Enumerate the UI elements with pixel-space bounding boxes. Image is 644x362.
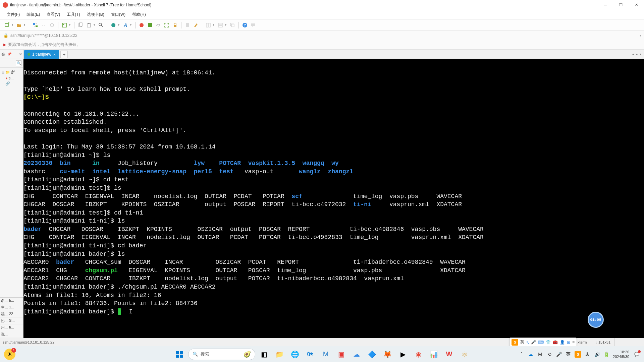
ime-toolbox-icon[interactable]: 🧰 <box>553 340 558 345</box>
dropdown-icon[interactable]: ▾ <box>118 23 121 26</box>
ime-toolbar[interactable]: S 英 •, 🎤 ⌨ 👕 🧰 👤 ⊞ ≡ <box>509 338 577 347</box>
cascade-icon[interactable] <box>229 21 236 29</box>
tab-next-icon[interactable]: ▸ <box>636 52 638 56</box>
pin-icon[interactable]: 📌 <box>7 52 11 56</box>
color-icon[interactable] <box>110 21 117 29</box>
tray-battery-icon[interactable]: 🔋 <box>603 351 609 357</box>
dropdown-icon[interactable]: ▾ <box>130 23 133 26</box>
lock-icon[interactable] <box>171 21 179 29</box>
close-button[interactable]: ✕ <box>629 0 644 10</box>
ime-skin-icon[interactable]: 👕 <box>546 340 551 345</box>
firefox-icon[interactable]: 🦊 <box>381 348 394 361</box>
ime-logo-icon[interactable]: S <box>512 339 518 346</box>
paste-icon[interactable] <box>85 21 93 29</box>
tray-chevron-icon[interactable]: ˄ <box>518 351 524 357</box>
dropdown-icon[interactable]: ▾ <box>94 23 96 26</box>
app-icon[interactable]: M <box>319 348 332 361</box>
tray-volume-icon[interactable]: 🔊 <box>594 351 600 357</box>
help-icon[interactable]: ? <box>241 21 249 29</box>
tree-item[interactable]: ●ti... <box>1 75 22 81</box>
find-icon[interactable] <box>97 21 105 29</box>
log-icon[interactable] <box>184 21 191 29</box>
reconnect-icon[interactable] <box>48 21 56 29</box>
menu-view[interactable]: 查看(V) <box>43 11 63 18</box>
feedback-icon[interactable] <box>250 21 257 29</box>
ime-menu-icon[interactable]: ≡ <box>572 340 575 345</box>
taskbar-search[interactable]: 🔍 搜索 🥑 <box>188 349 255 360</box>
tab-session[interactable]: 1 tianljnew × <box>24 50 59 59</box>
font-icon[interactable]: A <box>122 21 129 29</box>
dropdown-icon[interactable]: ▾ <box>24 23 26 26</box>
address-dropdown-icon[interactable]: ▾ <box>640 34 644 37</box>
menu-file[interactable]: 文件(F) <box>3 11 23 18</box>
dropdown-icon[interactable]: ▾ <box>213 23 216 26</box>
dropdown-icon[interactable]: ▾ <box>69 23 72 26</box>
dropdown-icon[interactable]: ▾ <box>225 23 228 26</box>
ime-grid-icon[interactable]: ⊞ <box>567 340 570 345</box>
compose-icon[interactable] <box>146 21 154 29</box>
search-logo-icon: 🥑 <box>244 351 251 358</box>
tray-clock[interactable]: 18:26 2024/5/30 <box>613 350 629 359</box>
tray-onedrive-icon[interactable]: ☁ <box>528 351 534 357</box>
menu-help[interactable]: 帮助(H) <box>129 11 149 18</box>
tray-mic-icon[interactable]: 🎤 <box>556 351 562 357</box>
tile-v-icon[interactable] <box>217 21 224 29</box>
transfer-icon[interactable] <box>32 21 39 29</box>
properties-icon[interactable] <box>61 21 68 29</box>
tray-notification-icon[interactable]: 💬 <box>633 350 641 358</box>
ime-keyboard-icon[interactable]: ⌨ <box>538 340 544 345</box>
notification-app-icon[interactable]: ☀ 1 <box>4 349 15 360</box>
timer-badge[interactable]: 01:08 <box>588 312 604 328</box>
start-button[interactable] <box>173 348 186 361</box>
taskview-icon[interactable]: ◧ <box>257 348 271 361</box>
terminal[interactable]: Disconnected from remote host(tianljnew)… <box>23 59 644 338</box>
tree-item-link[interactable]: 🔗 <box>1 81 22 86</box>
menu-window[interactable]: 窗口(W) <box>108 11 129 18</box>
session-tree[interactable]: ⊟📁所 ●ti... 🔗 <box>0 68 23 88</box>
app-icon[interactable]: 🔷 <box>365 348 379 361</box>
wps-icon[interactable]: W <box>442 348 456 361</box>
new-tab-button[interactable]: + <box>60 51 68 58</box>
tab-close-icon[interactable]: × <box>53 52 56 57</box>
menu-tabs[interactable]: 选项卡(B) <box>84 11 108 18</box>
copy-icon[interactable] <box>77 21 84 29</box>
explorer-icon[interactable]: 📁 <box>273 348 286 361</box>
tray-ime-icon[interactable]: S <box>575 351 581 358</box>
edge-icon[interactable]: 🌐 <box>288 348 302 361</box>
menu-edit[interactable]: 编辑(E) <box>23 11 43 18</box>
disconnect-icon[interactable] <box>40 21 47 29</box>
store-icon[interactable]: 🛍 <box>304 348 317 361</box>
search-icon[interactable]: 🔍 <box>16 60 22 66</box>
tray-lang-icon[interactable]: 英 <box>565 351 571 357</box>
xshell-icon[interactable]: ◉ <box>412 348 425 361</box>
maximize-button[interactable]: ❐ <box>613 0 629 10</box>
cloud-icon[interactable]: ☁ <box>350 348 363 361</box>
dropdown-icon[interactable]: ▾ <box>12 23 14 26</box>
highlight-icon[interactable] <box>192 21 200 29</box>
xagent-icon[interactable] <box>138 21 145 29</box>
app-icon[interactable]: ⚛ <box>458 348 471 361</box>
open-icon[interactable] <box>15 21 23 29</box>
tray-sync-icon[interactable]: ⟲ <box>546 351 552 357</box>
ime-user-icon[interactable]: 👤 <box>560 340 565 345</box>
new-session-icon[interactable] <box>3 21 11 29</box>
app-icon[interactable]: ▣ <box>334 348 348 361</box>
wps-icon[interactable]: 📊 <box>427 348 440 361</box>
tray-app-icon[interactable]: M <box>537 351 543 357</box>
tunnel-icon[interactable] <box>155 21 162 29</box>
ime-punct-icon[interactable]: •, <box>526 340 529 345</box>
panel-close-icon[interactable]: ✕ <box>19 52 22 56</box>
minimize-button[interactable]: ─ <box>598 0 613 10</box>
ime-lang[interactable]: 英 <box>520 339 524 345</box>
addressbar[interactable]: 🔒 ssh://tianlijun:******@10.181.0.125:22… <box>0 31 644 40</box>
fullscreen-icon[interactable] <box>163 21 170 29</box>
tab-nav: ◂ ▸ ▾ <box>632 50 641 59</box>
tab-prev-icon[interactable]: ◂ <box>632 52 634 56</box>
media-icon[interactable]: ▶ <box>396 348 410 361</box>
tray-network-icon[interactable]: 🖧 <box>585 351 591 357</box>
menu-tools[interactable]: 工具(T) <box>63 11 83 18</box>
tree-root[interactable]: ⊟📁所 <box>1 69 22 75</box>
tab-menu-icon[interactable]: ▾ <box>640 52 641 56</box>
tile-h-icon[interactable] <box>205 21 212 29</box>
ime-mic-icon[interactable]: 🎤 <box>531 340 536 345</box>
